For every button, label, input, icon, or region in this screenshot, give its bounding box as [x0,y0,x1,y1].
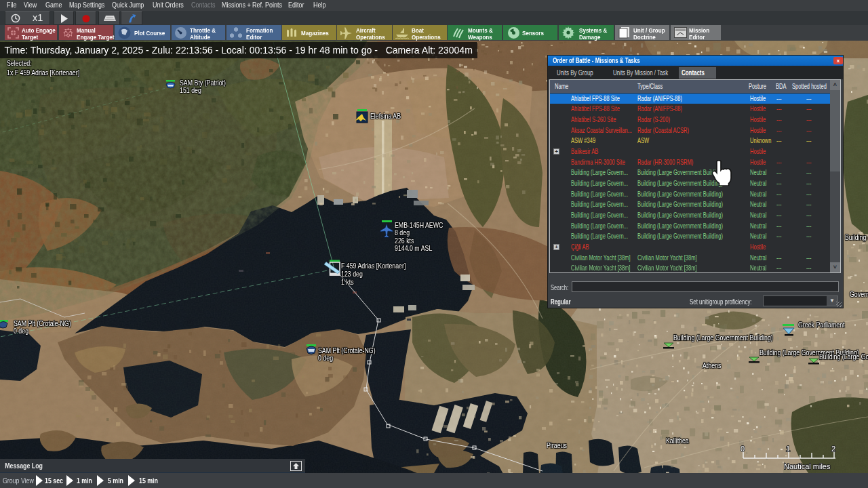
svg-text:1: 1 [786,445,790,453]
svg-text:0: 0 [741,445,745,453]
svg-text:Nautical miles: Nautical miles [784,462,831,470]
svg-text:2: 2 [831,445,835,453]
